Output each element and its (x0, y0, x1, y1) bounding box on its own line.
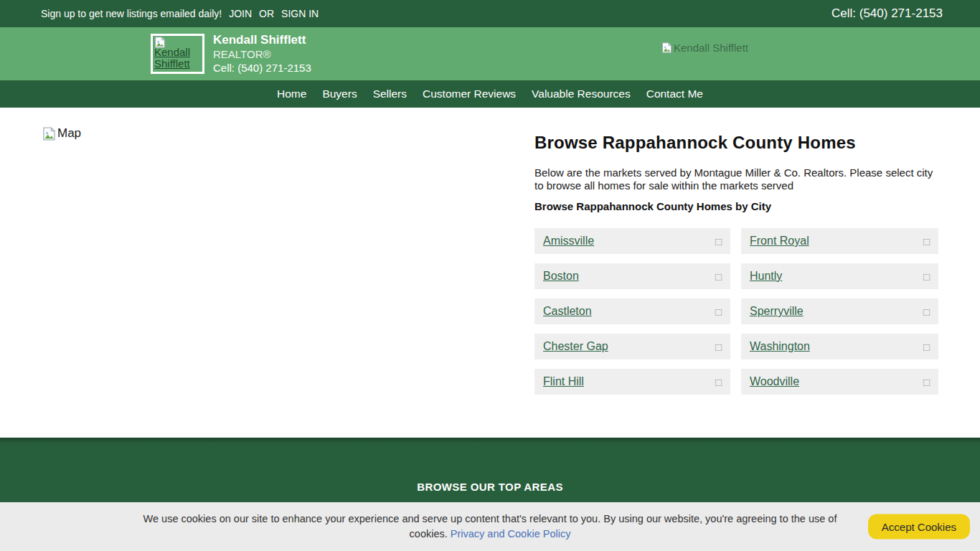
page-description: Below are the markets served by Montague… (534, 166, 938, 192)
city-link-woodville[interactable]: Woodville (750, 375, 799, 388)
city-row-sperryville[interactable]: Sperryville □ (741, 298, 938, 324)
nav-item-buyers[interactable]: Buyers (314, 88, 364, 100)
broken-image-icon (661, 42, 672, 53)
map-broken-image: Map (42, 126, 81, 141)
join-link[interactable]: JOIN (229, 8, 252, 19)
city-link-boston[interactable]: Boston (543, 270, 579, 283)
agent-logo-broken-image[interactable]: Kendall Shifflett (151, 34, 204, 74)
city-row-amissville[interactable]: Amissville □ (534, 228, 730, 254)
missing-glyph-icon: □ (923, 236, 930, 247)
map-alt-text: Map (57, 126, 81, 141)
banner-alt-text: Kendall Shifflett (674, 42, 748, 54)
missing-glyph-icon: □ (923, 271, 930, 282)
signup-text: Sign up to get new listings emailed dail… (41, 8, 222, 19)
city-link-huntly[interactable]: Huntly (750, 270, 782, 283)
nav-item-sellers[interactable]: Sellers (365, 88, 415, 100)
city-grid: Amissville □ Front Royal □ Boston □ Hunt… (534, 228, 938, 395)
missing-glyph-icon: □ (715, 342, 722, 352)
signin-link[interactable]: SIGN IN (281, 8, 319, 19)
cookie-message: We use cookies on our site to enhance yo… (128, 512, 852, 542)
city-row-castleton[interactable]: Castleton □ (534, 298, 730, 324)
missing-glyph-icon: □ (923, 377, 930, 387)
city-row-boston[interactable]: Boston □ (534, 263, 730, 289)
cell-phone: Cell: (540) 271-2153 (831, 6, 943, 21)
city-link-sperryville[interactable]: Sperryville (750, 305, 804, 318)
or-text: OR (259, 8, 274, 19)
signup-area: Sign up to get new listings emailed dail… (41, 8, 319, 19)
main-nav: Home Buyers Sellers Customer Reviews Val… (0, 80, 980, 108)
page-title: Browse Rappahannock County Homes (534, 133, 938, 153)
city-row-chester-gap[interactable]: Chester Gap □ (534, 334, 730, 359)
city-row-huntly[interactable]: Huntly □ (741, 263, 938, 289)
city-link-washington[interactable]: Washington (750, 340, 810, 353)
accept-cookies-button[interactable]: Accept Cookies (868, 514, 970, 540)
broken-image-icon (42, 127, 56, 141)
city-row-washington[interactable]: Washington □ (741, 334, 938, 359)
city-row-woodville[interactable]: Woodville □ (741, 369, 938, 395)
missing-glyph-icon: □ (715, 377, 722, 387)
nav-item-contact-me[interactable]: Contact Me (639, 88, 711, 100)
browse-section: Browse Rappahannock County Homes Below a… (534, 133, 938, 395)
missing-glyph-icon: □ (715, 236, 722, 247)
top-bar: Sign up to get new listings emailed dail… (0, 0, 980, 27)
banner-broken-image: Kendall Shifflett (661, 42, 748, 54)
city-link-castleton[interactable]: Castleton (543, 305, 592, 318)
footer-browse-title: BROWSE OUR TOP AREAS (0, 438, 980, 493)
missing-glyph-icon: □ (715, 271, 722, 282)
nav-item-valuable-resources[interactable]: Valuable Resources (524, 88, 639, 100)
missing-glyph-icon: □ (923, 306, 930, 317)
agent-cell: Cell: (540) 271-2153 (213, 61, 311, 75)
privacy-policy-link[interactable]: Privacy and Cookie Policy (451, 528, 571, 540)
nav-item-home[interactable]: Home (269, 88, 314, 100)
agent-title: REALTOR® (213, 47, 311, 61)
missing-glyph-icon: □ (715, 306, 722, 317)
cookie-banner: We use cookies on our site to enhance yo… (0, 502, 980, 551)
agent-name: Kendall Shifflett (213, 33, 311, 47)
agent-logo-alt-text: Kendall Shifflett (154, 47, 197, 70)
city-row-front-royal[interactable]: Front Royal □ (741, 228, 938, 254)
site-header: Kendall Shifflett Kendall Shifflett REAL… (0, 27, 980, 80)
city-link-flint-hill[interactable]: Flint Hill (543, 375, 584, 388)
main-content: Map Browse Rappahannock County Homes Bel… (0, 108, 980, 438)
page-subtitle: Browse Rappahannock County Homes by City (534, 200, 938, 212)
city-link-chester-gap[interactable]: Chester Gap (543, 340, 608, 353)
city-link-amissville[interactable]: Amissville (543, 235, 594, 248)
city-row-flint-hill[interactable]: Flint Hill □ (534, 369, 730, 395)
missing-glyph-icon: □ (923, 342, 930, 352)
agent-info: Kendall Shifflett REALTOR® Cell: (540) 2… (213, 33, 311, 75)
city-link-front-royal[interactable]: Front Royal (750, 235, 809, 248)
nav-item-customer-reviews[interactable]: Customer Reviews (415, 88, 524, 100)
